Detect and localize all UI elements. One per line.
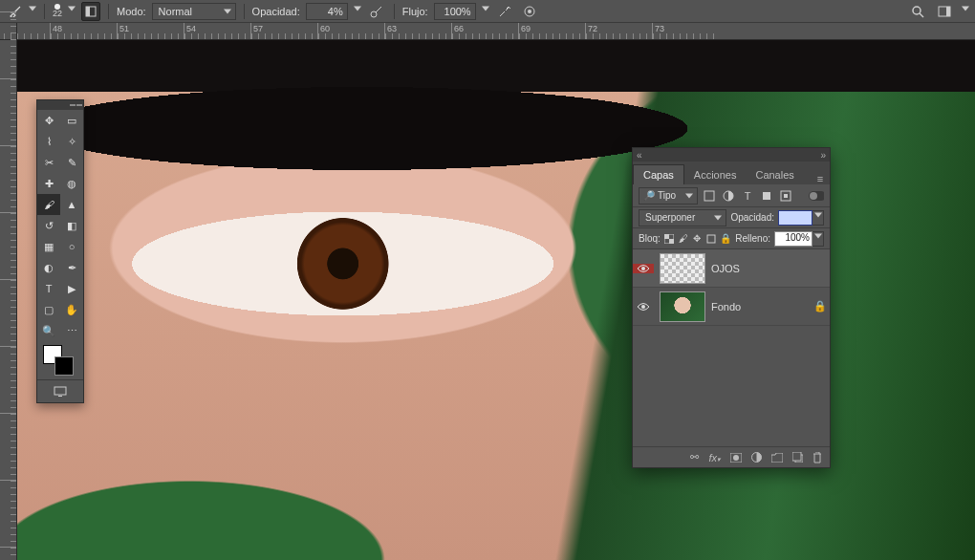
panel-menu-icon[interactable]: ≡ bbox=[811, 173, 830, 184]
blur-tool[interactable]: ○ bbox=[60, 236, 83, 257]
path-select-tool[interactable]: ▶ bbox=[60, 278, 83, 299]
tab-canales[interactable]: Canales bbox=[746, 165, 803, 184]
layer-row[interactable]: Fondo🔒 bbox=[633, 288, 830, 326]
layer-lock-icon[interactable]: 🔒 bbox=[811, 300, 830, 312]
lock-position-icon[interactable]: ✥ bbox=[692, 232, 703, 246]
collapse-right-icon[interactable]: » bbox=[820, 150, 826, 161]
layer-name[interactable]: OJOS bbox=[711, 263, 811, 274]
document-canvas[interactable] bbox=[17, 40, 975, 560]
chevron-down-icon bbox=[714, 215, 722, 220]
visibility-toggle[interactable] bbox=[633, 264, 654, 273]
fx-icon[interactable]: fx▾ bbox=[708, 452, 721, 463]
blend-mode-value: Normal bbox=[159, 6, 192, 17]
screen-mode[interactable] bbox=[37, 379, 83, 402]
history-brush-tool[interactable]: ↺ bbox=[37, 215, 60, 236]
svg-rect-14 bbox=[784, 194, 788, 198]
marquee-tool[interactable]: ▭ bbox=[60, 110, 83, 131]
ruler-tick: 72 bbox=[585, 23, 652, 39]
layer-name[interactable]: Fondo bbox=[711, 301, 811, 312]
lasso-tool[interactable]: ⌇ bbox=[37, 131, 60, 152]
ruler-tick: 54 bbox=[184, 23, 250, 39]
pressure-opacity-icon[interactable] bbox=[367, 2, 386, 21]
trash-icon[interactable] bbox=[812, 452, 822, 463]
crop-tool[interactable]: ✂ bbox=[37, 152, 60, 173]
brush-size-value: 22 bbox=[53, 10, 62, 18]
ruler-tick-label: 57 bbox=[253, 24, 263, 33]
panel-grip[interactable]: « » bbox=[633, 148, 830, 162]
filter-smart-icon[interactable] bbox=[778, 188, 793, 204]
chevron-down-icon[interactable] bbox=[962, 7, 969, 11]
pen-tool[interactable]: ✒ bbox=[60, 257, 83, 278]
eyedropper-tool[interactable]: ✎ bbox=[60, 152, 83, 173]
ruler-tick: 66 bbox=[451, 23, 518, 39]
move-tool[interactable]: ✥ bbox=[37, 110, 60, 131]
svg-rect-9 bbox=[58, 396, 62, 397]
tools-panel-grip[interactable] bbox=[37, 100, 83, 110]
layer-row[interactable]: OJOS bbox=[633, 249, 830, 288]
svg-point-4 bbox=[528, 10, 531, 13]
zoom-tool[interactable]: 🔍 bbox=[37, 320, 60, 341]
adjustment-icon[interactable] bbox=[751, 452, 762, 463]
filter-shape-icon[interactable] bbox=[759, 188, 774, 204]
svg-rect-1 bbox=[86, 7, 90, 16]
flow-label: Flujo: bbox=[402, 6, 428, 17]
filter-type-select[interactable]: 🔎Tipo bbox=[639, 187, 698, 205]
eraser-tool[interactable]: ◧ bbox=[60, 215, 83, 236]
layer-fill-input[interactable]: 100% bbox=[774, 231, 812, 247]
chevron-down-icon[interactable] bbox=[812, 231, 824, 247]
search-icon[interactable] bbox=[908, 2, 927, 21]
collapse-left-icon[interactable]: « bbox=[637, 150, 642, 161]
blend-mode-select[interactable]: Normal bbox=[152, 3, 236, 20]
lock-pixels-icon[interactable]: 🖌 bbox=[678, 232, 688, 246]
chevron-down-icon[interactable] bbox=[482, 7, 489, 11]
gradient-tool[interactable]: ▦ bbox=[37, 236, 60, 257]
layer-thumbnail[interactable] bbox=[660, 253, 705, 284]
patch-tool[interactable]: ◍ bbox=[60, 173, 83, 194]
layer-opacity-label: Opacidad: bbox=[730, 212, 774, 223]
type-tool[interactable]: T bbox=[37, 278, 60, 299]
layer-opacity-input[interactable] bbox=[778, 210, 812, 226]
ruler-vertical[interactable] bbox=[0, 40, 17, 560]
brush-panel-toggle[interactable] bbox=[81, 2, 100, 21]
brush-preview[interactable]: 22 bbox=[53, 4, 62, 18]
filter-toggle-switch[interactable] bbox=[809, 188, 824, 204]
hand-tool[interactable]: ✋ bbox=[60, 299, 83, 320]
layer-thumbnail[interactable] bbox=[660, 291, 705, 322]
group-icon[interactable] bbox=[771, 453, 783, 463]
workspace-switcher-icon[interactable] bbox=[935, 2, 954, 21]
chevron-down-icon[interactable] bbox=[354, 7, 361, 11]
mask-icon[interactable] bbox=[730, 453, 742, 463]
pressure-size-icon[interactable] bbox=[520, 2, 539, 21]
filter-pixel-icon[interactable] bbox=[702, 188, 717, 204]
dodge-tool[interactable]: ◐ bbox=[37, 257, 60, 278]
ruler-horizontal[interactable]: 4548515457606366697273 bbox=[0, 23, 975, 40]
chevron-down-icon[interactable] bbox=[812, 210, 824, 226]
magic-wand-tool[interactable]: ✧ bbox=[60, 131, 83, 152]
separator bbox=[108, 4, 109, 19]
opacity-input[interactable]: 4% bbox=[306, 3, 348, 20]
background-swatch[interactable] bbox=[54, 356, 74, 376]
visibility-toggle[interactable] bbox=[633, 302, 654, 312]
brush-tool[interactable]: 🖌 bbox=[37, 194, 60, 215]
lock-all-icon[interactable]: 🔒 bbox=[720, 232, 731, 246]
airbrush-icon[interactable] bbox=[495, 2, 514, 21]
tab-acciones[interactable]: Acciones bbox=[684, 165, 747, 184]
edit-toolbar[interactable]: ⋯ bbox=[60, 320, 83, 341]
flow-input[interactable]: 100% bbox=[434, 3, 476, 20]
chevron-down-icon[interactable] bbox=[68, 7, 76, 11]
rectangle-tool[interactable]: ▢ bbox=[37, 299, 60, 320]
lock-transparency-icon[interactable] bbox=[664, 232, 675, 246]
filter-type-icon[interactable]: T bbox=[740, 188, 755, 204]
blend-row: Superponer Opacidad: bbox=[633, 207, 830, 228]
chevron-down-icon[interactable] bbox=[29, 7, 36, 11]
clone-stamp-tool[interactable]: ▲ bbox=[60, 194, 83, 215]
chevron-down-icon bbox=[224, 9, 231, 13]
spot-heal-tool[interactable]: ✚ bbox=[37, 173, 60, 194]
layer-blend-mode-select[interactable]: Superponer bbox=[639, 209, 726, 226]
link-icon[interactable]: ⚯ bbox=[690, 451, 699, 463]
filter-adjust-icon[interactable] bbox=[721, 188, 736, 204]
tab-capas[interactable]: Capas bbox=[633, 164, 684, 184]
new-layer-icon[interactable] bbox=[792, 452, 803, 463]
opacity-label: Opacidad: bbox=[252, 6, 300, 17]
lock-artboard-icon[interactable] bbox=[706, 232, 717, 246]
